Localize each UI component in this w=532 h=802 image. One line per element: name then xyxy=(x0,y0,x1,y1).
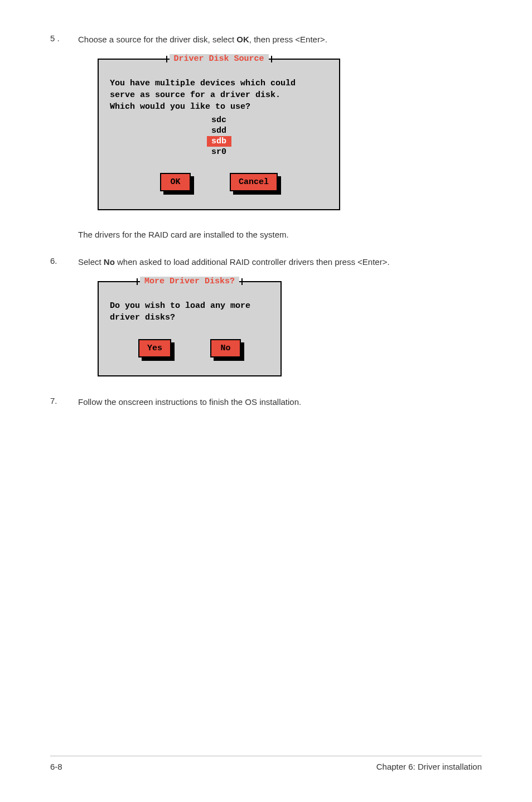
device-sr0[interactable]: sr0 xyxy=(207,147,231,157)
device-sdc[interactable]: sdc xyxy=(207,115,231,125)
step-number-5: 5 . xyxy=(50,33,78,45)
step-5: 5 . Choose a source for the driver disk,… xyxy=(50,33,482,45)
dialog-text-line3: Which would you like to use? xyxy=(110,101,328,113)
dialog2-text-line1: Do you wish to load any more xyxy=(110,300,269,312)
dialog-driver-disk-source: Driver Disk Source You have multiple dev… xyxy=(98,59,482,210)
device-sdd[interactable]: sdd xyxy=(207,125,231,136)
dialog-title-2: More Driver Disks? xyxy=(140,277,239,286)
dialog-more-driver-disks: More Driver Disks? Do you wish to load a… xyxy=(98,281,482,376)
ok-button[interactable]: OK xyxy=(160,173,191,191)
device-sdb-selected[interactable]: sdb xyxy=(207,136,231,147)
dialog-title: Driver Disk Source xyxy=(169,54,268,64)
page-footer: 6-8 Chapter 6: Driver installation xyxy=(50,756,482,771)
no-button[interactable]: No xyxy=(210,339,241,357)
step-6: 6. Select No when asked to load addition… xyxy=(50,256,482,268)
step-number-6: 6. xyxy=(50,256,78,268)
page-number: 6-8 xyxy=(50,762,62,771)
cancel-button[interactable]: Cancel xyxy=(230,173,278,191)
step-text-7: Follow the onscreen instructions to fini… xyxy=(78,396,301,408)
step-7: 7. Follow the onscreen instructions to f… xyxy=(50,396,482,408)
chapter-title: Chapter 6: Driver installation xyxy=(376,762,482,771)
step-text-6: Select No when asked to load additional … xyxy=(78,256,390,268)
yes-button[interactable]: Yes xyxy=(138,339,171,357)
step-5-followup: The drivers for the RAID card are instal… xyxy=(78,230,482,239)
dialog-text-line2: serve as source for a driver disk. xyxy=(110,89,328,101)
button-row: OK Cancel xyxy=(110,173,328,191)
dialog2-text-line2: driver disks? xyxy=(110,312,269,323)
step-text-5: Choose a source for the driver disk, sel… xyxy=(78,33,327,45)
step-number-7: 7. xyxy=(50,396,78,408)
dialog-text-line1: You have multiple devices which could xyxy=(110,78,328,89)
button-row-2: Yes No xyxy=(110,339,269,357)
device-list: sdc sdd sdb sr0 xyxy=(110,115,328,157)
